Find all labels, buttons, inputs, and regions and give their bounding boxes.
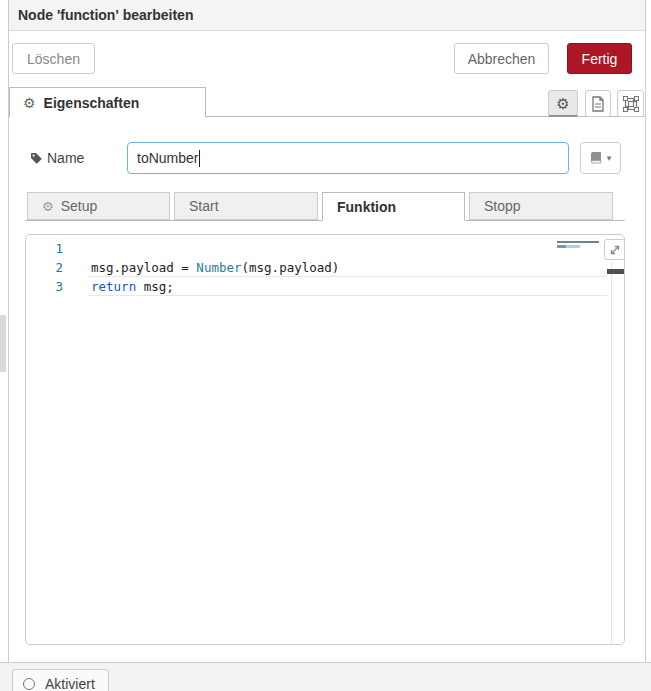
enabled-label: Aktiviert	[45, 676, 95, 691]
circle-icon	[23, 678, 35, 690]
tab-properties[interactable]: ⚙ Eigenschaften	[9, 87, 206, 117]
editor-scroll-marker	[607, 269, 625, 274]
code-line[interactable]: 1	[26, 239, 624, 258]
code-lines: 12msg.payload = Number(msg.payload)3retu…	[26, 239, 624, 296]
book-icon	[590, 151, 603, 165]
editor-scrollbar-track[interactable]	[611, 261, 612, 644]
node-enabled-toggle[interactable]: Aktiviert	[12, 669, 109, 691]
document-icon	[591, 96, 605, 112]
code-text: msg.payload = Number(msg.payload)	[91, 258, 339, 277]
gear-icon: ⚙	[42, 200, 54, 213]
edit-properties-button[interactable]: ⚙	[548, 90, 578, 117]
function-node-edit-dialog: Node 'function' bearbeiten Löschen Abbre…	[0, 0, 651, 691]
line-number: 1	[26, 239, 63, 258]
tab-funktion[interactable]: Funktion	[322, 192, 465, 221]
code-editor[interactable]: 12msg.payload = Number(msg.payload)3retu…	[25, 234, 625, 645]
code-text: return msg;	[91, 277, 174, 296]
tab-stopp[interactable]: Stopp	[469, 192, 613, 220]
node-appearance-button[interactable]	[617, 90, 644, 117]
cancel-button[interactable]: Abbrechen	[454, 43, 549, 74]
selection-group-icon	[623, 96, 639, 112]
text-cursor	[199, 150, 200, 167]
line-number: 2	[26, 258, 63, 277]
name-lookup-button[interactable]: ▾	[580, 142, 621, 174]
done-button[interactable]: Fertig	[567, 43, 632, 74]
code-line[interactable]: 2msg.payload = Number(msg.payload)	[26, 258, 624, 277]
name-input-value: toNumber	[137, 150, 198, 166]
name-input[interactable]: toNumber	[127, 142, 569, 174]
properties-tabbar-border	[205, 116, 645, 117]
name-label: Name	[47, 150, 84, 166]
tab-properties-label: Eigenschaften	[44, 95, 140, 111]
dialog-right-border	[645, 0, 646, 662]
tab-start[interactable]: Start	[174, 192, 318, 220]
expand-editor-button[interactable]	[604, 239, 625, 260]
delete-button[interactable]: Löschen	[12, 43, 95, 74]
minimap-line	[557, 245, 580, 248]
minimap-line	[557, 241, 599, 243]
minimap[interactable]	[557, 241, 603, 248]
gear-icon: ⚙	[23, 96, 36, 110]
node-description-button[interactable]	[585, 90, 611, 117]
expand-icon	[609, 244, 621, 256]
line-number: 3	[26, 277, 63, 296]
chevron-down-icon: ▾	[607, 153, 612, 163]
tag-icon	[29, 151, 43, 165]
page-scrollbar-thumb[interactable]	[0, 315, 6, 372]
dialog-footer: Aktiviert	[0, 662, 651, 691]
dialog-header: Node 'function' bearbeiten	[9, 0, 645, 31]
dialog-title: Node 'function' bearbeiten	[18, 7, 193, 23]
tab-setup[interactable]: ⚙ Setup	[27, 192, 170, 220]
gear-icon: ⚙	[556, 96, 569, 111]
code-line[interactable]: 3return msg;	[26, 277, 624, 296]
